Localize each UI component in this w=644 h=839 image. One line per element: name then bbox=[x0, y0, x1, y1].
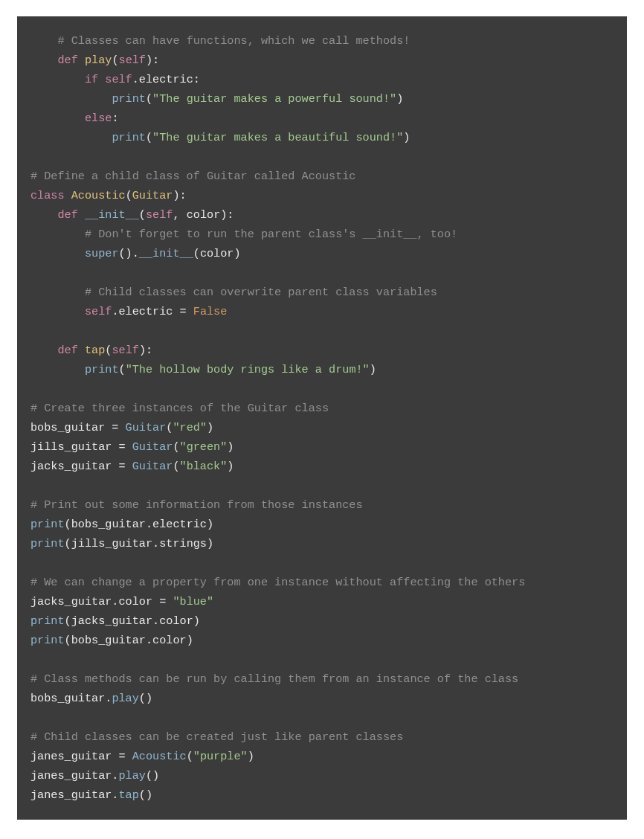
code-token-self: self bbox=[85, 305, 112, 318]
code-token-call: Guitar bbox=[132, 440, 173, 454]
code-token-kw: def bbox=[57, 208, 77, 222]
code-token-id bbox=[78, 344, 85, 357]
code-line bbox=[30, 321, 614, 341]
code-line bbox=[30, 553, 614, 573]
code-token-def: tap bbox=[85, 344, 105, 357]
code-line: print(jacks_guitar.color) bbox=[30, 611, 614, 631]
code-token-id: jacks_guitar = bbox=[30, 460, 132, 473]
code-line: # Print out some information from those … bbox=[30, 495, 614, 515]
code-token-id: ( bbox=[119, 363, 126, 376]
code-token-str: "The guitar makes a beautiful sound!" bbox=[152, 131, 403, 144]
code-token-kw: if bbox=[85, 73, 98, 86]
code-token-id: bobs_guitar. bbox=[30, 692, 112, 705]
code-line: jacks_guitar = Guitar("black") bbox=[30, 457, 614, 476]
code-block: # Classes can have functions, which we c… bbox=[17, 16, 627, 820]
code-token-id: ( bbox=[187, 750, 193, 763]
code-token-cmt: # Define a child class of Guitar called … bbox=[30, 170, 355, 183]
code-token-call: Acoustic bbox=[132, 750, 187, 763]
code-token-str: "purple" bbox=[193, 750, 248, 763]
code-token-str: "black" bbox=[180, 460, 228, 473]
code-line bbox=[30, 650, 614, 669]
code-token-id: ) bbox=[396, 92, 403, 106]
code-token-str: "The guitar makes a powerful sound!" bbox=[152, 92, 396, 106]
code-token-id: ) bbox=[227, 440, 234, 454]
code-token-call: __init__ bbox=[85, 208, 139, 222]
code-token-cmt: # Child classes can overwrite parent cla… bbox=[85, 286, 437, 299]
code-token-id: bobs_guitar = bbox=[30, 421, 126, 434]
code-token-id: ( bbox=[173, 460, 179, 473]
code-line: print("The guitar makes a powerful sound… bbox=[30, 89, 614, 109]
code-token-id bbox=[30, 131, 112, 144]
code-token-call: print bbox=[30, 518, 65, 531]
code-token-id: (jacks_guitar.color) bbox=[65, 614, 200, 628]
code-token-call: play bbox=[118, 769, 145, 782]
code-line: def tap(self): bbox=[30, 341, 614, 360]
code-line bbox=[30, 147, 614, 167]
code-token-id: ) bbox=[370, 363, 376, 376]
code-token-call: print bbox=[112, 131, 146, 144]
code-token-id: jacks_guitar.color = bbox=[30, 595, 173, 608]
code-line: # Define a child class of Guitar called … bbox=[30, 167, 614, 186]
code-token-self: self bbox=[112, 344, 138, 357]
code-token-id: ( bbox=[146, 92, 152, 106]
code-token-kw: else bbox=[85, 112, 112, 125]
code-token-id: jills_guitar = bbox=[30, 440, 132, 454]
code-token-cmt: # We can change a property from one inst… bbox=[30, 576, 525, 589]
code-token-cmt: # Class methods can be run by calling th… bbox=[30, 672, 518, 686]
code-token-def: Acoustic bbox=[71, 189, 126, 202]
code-token-id: : bbox=[112, 112, 118, 125]
code-token-cmt: # Classes can have functions, which we c… bbox=[57, 34, 410, 48]
code-token-id bbox=[30, 286, 85, 299]
code-token-id: ): bbox=[146, 54, 159, 67]
code-line bbox=[30, 476, 614, 495]
code-token-id bbox=[30, 34, 57, 48]
code-token-id bbox=[78, 208, 85, 222]
code-line: bobs_guitar = Guitar("red") bbox=[30, 418, 614, 437]
code-token-call: print bbox=[30, 537, 65, 550]
code-token-id: ( bbox=[173, 440, 179, 454]
code-token-str: "green" bbox=[180, 440, 228, 454]
code-token-id: (color) bbox=[193, 247, 241, 260]
code-token-id bbox=[65, 189, 71, 202]
code-token-call: tap bbox=[118, 788, 138, 802]
code-token-cmt: # Don't forget to run the parent class's… bbox=[85, 228, 457, 241]
code-line: jacks_guitar.color = "blue" bbox=[30, 592, 614, 611]
code-line: print("The hollow body rings like a drum… bbox=[30, 360, 614, 379]
code-line: # We can change a property from one inst… bbox=[30, 573, 614, 592]
code-token-call: print bbox=[30, 614, 65, 628]
code-line: def __init__(self, color): bbox=[30, 205, 614, 225]
code-token-id: janes_guitar. bbox=[30, 769, 118, 782]
code-token-id: ): bbox=[173, 189, 186, 202]
code-token-str: "red" bbox=[173, 421, 207, 434]
code-token-self: self bbox=[105, 73, 132, 86]
code-token-id: , color): bbox=[173, 208, 234, 222]
code-token-id: (jills_guitar.strings) bbox=[65, 537, 214, 550]
code-token-id bbox=[30, 247, 85, 260]
code-token-call: play bbox=[112, 692, 138, 705]
code-token-id: ) bbox=[227, 460, 234, 473]
code-token-id: () bbox=[146, 769, 159, 782]
code-line: print(jills_guitar.strings) bbox=[30, 534, 614, 553]
code-line: def play(self): bbox=[30, 51, 614, 70]
code-token-call: __init__ bbox=[139, 247, 193, 260]
code-token-id bbox=[78, 54, 85, 67]
code-token-kw: def bbox=[57, 344, 77, 357]
code-token-id: ( bbox=[146, 131, 152, 144]
code-token-id: janes_guitar = bbox=[30, 750, 132, 763]
code-token-call: print bbox=[85, 363, 119, 376]
code-line: bobs_guitar.play() bbox=[30, 689, 614, 708]
code-token-cmt: # Create three instances of the Guitar c… bbox=[30, 402, 329, 415]
code-token-id: janes_guitar. bbox=[30, 788, 118, 802]
code-token-id: (bobs_guitar.electric) bbox=[65, 518, 214, 531]
code-token-id: ) bbox=[248, 750, 254, 763]
code-line bbox=[30, 708, 614, 727]
code-line: janes_guitar.play() bbox=[30, 766, 614, 785]
code-line bbox=[30, 379, 614, 399]
code-token-id bbox=[30, 112, 85, 125]
code-token-kw: def bbox=[57, 54, 77, 67]
code-token-id bbox=[30, 54, 57, 67]
code-token-id: ( bbox=[112, 54, 118, 67]
code-token-id bbox=[30, 208, 57, 222]
code-line: if self.electric: bbox=[30, 70, 614, 89]
code-line: # Child classes can overwrite parent cla… bbox=[30, 283, 614, 302]
